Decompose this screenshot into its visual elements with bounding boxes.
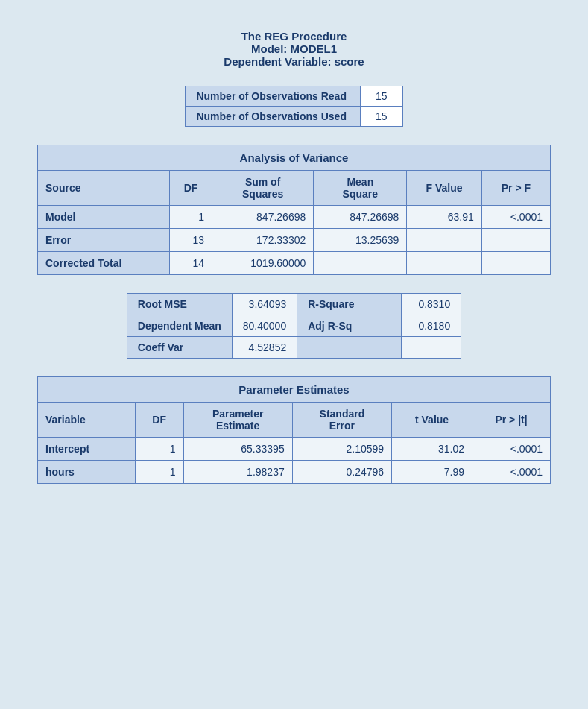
anova-cell-ms xyxy=(314,252,407,275)
anova-cell-source: Corrected Total xyxy=(38,252,170,275)
anova-cell-source: Error xyxy=(38,229,170,252)
param-cell-variable: Intercept xyxy=(38,438,136,461)
anova-cell-ss: 172.33302 xyxy=(212,229,314,252)
param-col-variable: Variable xyxy=(38,403,136,438)
fit-label2: Adj R-Sq xyxy=(297,315,402,337)
param-cell-df: 1 xyxy=(135,461,183,484)
anova-row: Model1847.26698847.2669863.91<.0001 xyxy=(38,206,551,229)
obs-row: Number of Observations Read15 xyxy=(186,86,402,107)
anova-cell-pr: <.0001 xyxy=(481,206,550,229)
param-cell-se: 0.24796 xyxy=(292,461,391,484)
param-cell-t: 31.02 xyxy=(392,438,472,461)
title-block: The REG Procedure Model: MODEL1 Dependen… xyxy=(37,30,551,68)
page-container: The REG Procedure Model: MODEL1 Dependen… xyxy=(15,15,573,517)
anova-row: Error13172.3330213.25639 xyxy=(38,229,551,252)
param-section-title: Parameter Estimates xyxy=(37,376,551,402)
param-cell-estimate: 1.98237 xyxy=(183,461,292,484)
param-cell-df: 1 xyxy=(135,438,183,461)
anova-cell-ms: 13.25639 xyxy=(314,229,407,252)
param-col-se: StandardError xyxy=(292,403,391,438)
anova-row: Corrected Total141019.60000 xyxy=(38,252,551,275)
param-cell-pr: <.0001 xyxy=(472,438,551,461)
fit-value2 xyxy=(402,337,461,359)
obs-value: 15 xyxy=(360,107,402,127)
fit-value2: 0.8180 xyxy=(402,315,461,337)
fit-label2 xyxy=(297,337,402,359)
anova-cell-df: 1 xyxy=(170,206,212,229)
fit-value1: 3.64093 xyxy=(232,294,297,315)
param-table: Variable DF ParameterEstimate StandardEr… xyxy=(37,402,551,484)
anova-wrapper: Analysis of Variance Source DF Sum ofSqu… xyxy=(37,145,551,275)
fit-stats-table: Root MSE3.64093R-Square0.8310Dependent M… xyxy=(127,293,461,359)
title-line2: Model: MODEL1 xyxy=(37,42,551,55)
fit-label1: Root MSE xyxy=(127,294,232,315)
param-col-estimate: ParameterEstimate xyxy=(183,403,292,438)
anova-table: Source DF Sum ofSquares MeanSquare F Val… xyxy=(37,170,551,275)
param-cell-variable: hours xyxy=(38,461,136,484)
anova-cell-f xyxy=(407,252,481,275)
fit-label2: R-Square xyxy=(297,294,402,315)
title-line3: Dependent Variable: score xyxy=(37,55,551,68)
anova-cell-source: Model xyxy=(38,206,170,229)
param-col-pr: Pr > |t| xyxy=(472,403,551,438)
anova-col-ss: Sum ofSquares xyxy=(212,171,314,206)
param-cell-t: 7.99 xyxy=(392,461,472,484)
title-line1: The REG Procedure xyxy=(37,30,551,42)
anova-cell-ss: 1019.60000 xyxy=(212,252,314,275)
anova-cell-ss: 847.26698 xyxy=(212,206,314,229)
fit-row: Root MSE3.64093R-Square0.8310 xyxy=(127,294,461,315)
fit-row: Coeff Var4.52852 xyxy=(127,337,461,359)
obs-row: Number of Observations Used15 xyxy=(186,107,402,127)
param-row: hours11.982370.247967.99<.0001 xyxy=(38,461,551,484)
anova-section-title: Analysis of Variance xyxy=(37,145,551,170)
anova-cell-ms: 847.26698 xyxy=(314,206,407,229)
observations-wrapper: Number of Observations Read15Number of O… xyxy=(37,86,551,127)
fit-row: Dependent Mean80.40000Adj R-Sq0.8180 xyxy=(127,315,461,337)
anova-col-df: DF xyxy=(170,171,212,206)
anova-cell-df: 13 xyxy=(170,229,212,252)
anova-cell-pr xyxy=(481,229,550,252)
fit-label1: Dependent Mean xyxy=(127,315,232,337)
fit-value2: 0.8310 xyxy=(402,294,461,315)
anova-col-f: F Value xyxy=(407,171,481,206)
param-cell-estimate: 65.33395 xyxy=(183,438,292,461)
param-col-df: DF xyxy=(135,403,183,438)
anova-col-source: Source xyxy=(38,171,170,206)
obs-value: 15 xyxy=(360,86,402,107)
param-cell-se: 2.10599 xyxy=(292,438,391,461)
param-row: Intercept165.333952.1059931.02<.0001 xyxy=(38,438,551,461)
anova-col-ms: MeanSquare xyxy=(314,171,407,206)
param-estimates-wrapper: Parameter Estimates Variable DF Paramete… xyxy=(37,376,551,484)
obs-label: Number of Observations Read xyxy=(186,86,361,107)
fit-stats-wrapper: Root MSE3.64093R-Square0.8310Dependent M… xyxy=(37,293,551,359)
anova-cell-f: 63.91 xyxy=(407,206,481,229)
observations-table: Number of Observations Read15Number of O… xyxy=(185,86,402,127)
fit-value1: 80.40000 xyxy=(232,315,297,337)
anova-cell-pr xyxy=(481,252,550,275)
anova-cell-f xyxy=(407,229,481,252)
param-cell-pr: <.0001 xyxy=(472,461,551,484)
obs-label: Number of Observations Used xyxy=(186,107,361,127)
anova-cell-df: 14 xyxy=(170,252,212,275)
param-col-t: t Value xyxy=(392,403,472,438)
anova-col-pr: Pr > F xyxy=(481,171,550,206)
fit-label1: Coeff Var xyxy=(127,337,232,359)
fit-value1: 4.52852 xyxy=(232,337,297,359)
